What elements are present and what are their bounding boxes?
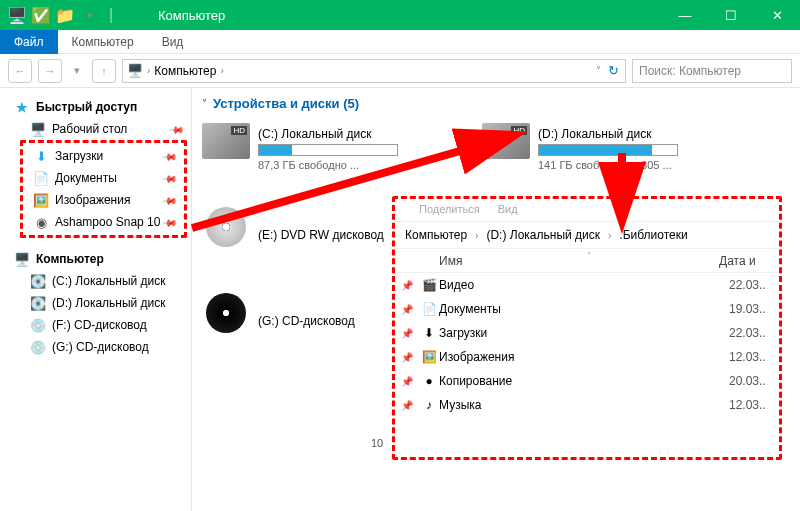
quick-access-toolbar: 🖥️ ✅ 📁 ▾ xyxy=(6,4,100,26)
chevron-right-icon: › xyxy=(475,230,478,241)
tab-view[interactable]: Вид xyxy=(148,30,198,54)
nav-forward-button[interactable]: → xyxy=(38,59,62,83)
sidebar-drive-g[interactable]: 💿 (G:) CD-дисковод xyxy=(8,336,191,358)
pin-icon: 📌 xyxy=(162,214,178,230)
address-bar: ← → ▾ ↑ 🖥️ › Компьютер › ˅ ↻ Поиск: Комп… xyxy=(0,54,800,88)
window-controls: — ☐ ✕ xyxy=(662,0,800,30)
folderview-columns: ˄ Имя Дата и xyxy=(395,249,779,273)
pin-icon: 📌 xyxy=(395,376,419,387)
drive-free-text: 87,3 ГБ свободно ... xyxy=(258,159,452,171)
pin-icon: 📌 xyxy=(395,280,419,291)
qat-check-icon[interactable]: ✅ xyxy=(30,4,52,26)
item-date: 12.03.. xyxy=(729,398,779,412)
search-input[interactable]: Поиск: Компьютер xyxy=(632,59,792,83)
close-button[interactable]: ✕ xyxy=(754,0,800,30)
breadcrumb-dropdown[interactable]: ˅ xyxy=(596,65,601,76)
nav-recent-dropdown[interactable]: ▾ xyxy=(68,59,86,83)
qat-divider: | xyxy=(100,4,122,26)
folderview-count: 10 xyxy=(371,437,383,449)
picture-icon: 🖼️ xyxy=(33,192,49,208)
breadcrumb[interactable]: 🖥️ › Компьютер › ˅ ↻ xyxy=(122,59,626,83)
section-title: Устройства и диски (5) xyxy=(213,96,359,111)
computer-icon: 🖥️ xyxy=(127,63,143,79)
column-name[interactable]: Имя xyxy=(395,254,719,268)
list-item[interactable]: 📌⬇Загрузки22.03.. xyxy=(395,321,779,345)
sidebar-item-label: (C:) Локальный диск xyxy=(52,274,166,288)
fv-tab-view[interactable]: Вид xyxy=(498,203,518,221)
cd-icon: 💿 xyxy=(30,339,46,355)
minimize-button[interactable]: — xyxy=(662,0,708,30)
maximize-button[interactable]: ☐ xyxy=(708,0,754,30)
sidebar-drive-f[interactable]: 💿 (F:) CD-дисковод xyxy=(8,314,191,336)
nav-back-button[interactable]: ← xyxy=(8,59,32,83)
sort-indicator-icon: ˄ xyxy=(587,251,592,261)
window-title: Компьютер xyxy=(158,8,225,23)
nav-up-button[interactable]: ↑ xyxy=(92,59,116,83)
list-item[interactable]: 📌🎬Видео22.03.. xyxy=(395,273,779,297)
tab-file[interactable]: Файл xyxy=(0,30,58,54)
qat-dropdown-icon[interactable]: ▾ xyxy=(78,4,100,26)
chevron-down-icon: ˅ xyxy=(202,98,207,109)
breadcrumb-root[interactable]: Компьютер xyxy=(154,64,216,78)
list-item[interactable]: 📌🖼️Изображения12.03.. xyxy=(395,345,779,369)
sidebar-item-downloads[interactable]: ⬇ Загрузки 📌 xyxy=(23,145,184,167)
file-type-icon: ⬇ xyxy=(419,326,439,340)
sidebar-drive-d[interactable]: 💽 (D:) Локальный диск xyxy=(8,292,191,314)
chevron-right-icon: › xyxy=(608,230,611,241)
sidebar-item-desktop[interactable]: 🖥️ Рабочий стол 📌 xyxy=(8,118,191,140)
file-type-icon: 🖼️ xyxy=(419,350,439,364)
sidebar-item-pictures[interactable]: 🖼️ Изображения 📌 xyxy=(23,189,184,211)
sidebar-computer-label: Компьютер xyxy=(36,252,104,266)
sidebar-item-label: (G:) CD-дисковод xyxy=(52,340,149,354)
tab-computer[interactable]: Компьютер xyxy=(58,30,148,54)
item-name: Музыка xyxy=(439,398,729,412)
drive-c[interactable]: (C:) Локальный диск 87,3 ГБ свободно ... xyxy=(202,121,452,177)
sidebar-quick-access[interactable]: ★ Быстрый доступ xyxy=(8,96,191,118)
item-name: Видео xyxy=(439,278,729,292)
content-pane: ˅ Устройства и диски (5) (C:) Локальный … xyxy=(192,88,800,511)
item-date: 22.03.. xyxy=(729,326,779,340)
sidebar-drive-c[interactable]: 💽 (C:) Локальный диск xyxy=(8,270,191,292)
annotation-folderview: Поделиться Вид Компьютер › (D:) Локальны… xyxy=(392,196,782,460)
sidebar-item-label: Рабочий стол xyxy=(52,122,127,136)
item-date: 22.03.. xyxy=(729,278,779,292)
fv-crumb-1[interactable]: (D:) Локальный диск xyxy=(486,228,600,242)
sidebar-item-documents[interactable]: 📄 Документы 📌 xyxy=(23,167,184,189)
search-placeholder: Поиск: Компьютер xyxy=(639,64,741,78)
drive-free-text: 141 ГБ свободно из 805 ... xyxy=(538,159,732,171)
pin-icon: 📌 xyxy=(162,192,178,208)
hd-icon xyxy=(202,121,250,161)
drive-icon: 💽 xyxy=(30,295,46,311)
section-devices-drives[interactable]: ˅ Устройства и диски (5) xyxy=(202,96,800,111)
drive-d[interactable]: (D:) Локальный диск 141 ГБ свободно из 8… xyxy=(482,121,732,177)
item-name: Копирование xyxy=(439,374,729,388)
item-date: 19.03.. xyxy=(729,302,779,316)
download-icon: ⬇ xyxy=(33,148,49,164)
fv-crumb-0[interactable]: Компьютер xyxy=(405,228,467,242)
chevron-right-icon: › xyxy=(147,65,150,76)
sidebar-item-label: Ashampoo Snap 10 xyxy=(55,215,160,229)
list-item[interactable]: 📌♪Музыка12.03.. xyxy=(395,393,779,417)
fv-tab-share[interactable]: Поделиться xyxy=(419,203,480,221)
list-item[interactable]: 📌●Копирование20.03.. xyxy=(395,369,779,393)
sidebar-item-label: Загрузки xyxy=(55,149,103,163)
chevron-right-icon: › xyxy=(220,65,223,76)
qat-folder-icon[interactable]: 📁 xyxy=(54,4,76,26)
folderview-rows: 📌🎬Видео22.03..📌📄Документы19.03..📌⬇Загруз… xyxy=(395,273,779,417)
sidebar-item-ashampoo[interactable]: ◉ Ashampoo Snap 10 📌 xyxy=(23,211,184,233)
qat-computer-icon[interactable]: 🖥️ xyxy=(6,4,28,26)
pin-icon: 📌 xyxy=(162,148,178,164)
drive-usage-bar xyxy=(538,144,678,156)
sidebar: ★ Быстрый доступ 🖥️ Рабочий стол 📌 ⬇ Заг… xyxy=(0,88,192,511)
item-date: 20.03.. xyxy=(729,374,779,388)
fv-crumb-2[interactable]: .Библиотеки xyxy=(619,228,687,242)
sidebar-computer[interactable]: 🖥️ Компьютер xyxy=(8,248,191,270)
folderview-breadcrumb[interactable]: Компьютер › (D:) Локальный диск › .Библи… xyxy=(395,221,779,249)
refresh-icon[interactable]: ↻ xyxy=(605,63,621,79)
sidebar-item-label: Изображения xyxy=(55,193,130,207)
file-type-icon: ● xyxy=(419,374,439,388)
list-item[interactable]: 📌📄Документы19.03.. xyxy=(395,297,779,321)
cd-icon xyxy=(202,293,250,333)
sidebar-item-label: (D:) Локальный диск xyxy=(52,296,166,310)
column-date[interactable]: Дата и xyxy=(719,254,779,268)
